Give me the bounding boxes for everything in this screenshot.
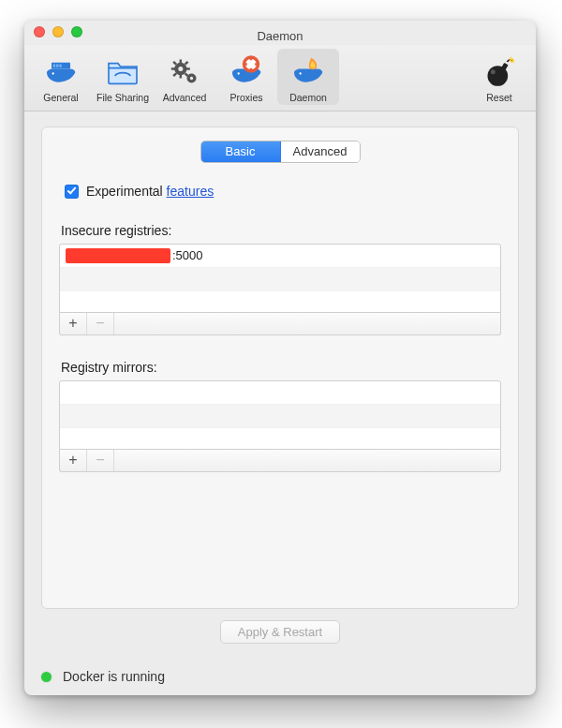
svg-rect-7: [180, 60, 183, 64]
mirrors-add-remove-bar: + −: [59, 450, 501, 472]
toolbar-label: Proxies: [229, 92, 262, 103]
toolbar-item-file-sharing[interactable]: File Sharing: [92, 49, 154, 105]
minimize-window-button[interactable]: [52, 26, 64, 37]
content-area: Basic Advanced Experimental features Ins…: [24, 111, 536, 657]
titlebar: Daemon: [24, 21, 536, 45]
toolbar-label: Daemon: [289, 92, 327, 103]
add-mirror-button[interactable]: +: [60, 450, 87, 471]
toolbar-label: Advanced: [163, 92, 207, 103]
list-item[interactable]: .: [60, 291, 500, 313]
toolbar-label: File Sharing: [96, 92, 149, 103]
svg-point-16: [190, 77, 193, 80]
list-item[interactable]: .: [60, 268, 500, 291]
tab-basic[interactable]: Basic: [201, 141, 280, 162]
registry-mirrors-label: Registry mirrors:: [61, 360, 501, 375]
whale-fire-icon: [289, 52, 327, 90]
insecure-add-remove-bar: + −: [59, 313, 501, 335]
toolbar-label: Reset: [486, 92, 511, 103]
tab-advanced[interactable]: Advanced: [280, 141, 360, 162]
toolbar-item-proxies[interactable]: Proxies: [215, 49, 277, 105]
status-bar: Docker is running: [24, 657, 536, 695]
insecure-registries-list[interactable]: :5000 . .: [59, 244, 501, 313]
registry-port: :5000: [172, 245, 203, 267]
svg-rect-8: [180, 74, 183, 78]
folder-icon: [104, 52, 141, 90]
settings-panel: Basic Advanced Experimental features Ins…: [41, 126, 519, 609]
preferences-window: Daemon General: [24, 21, 536, 695]
remove-insecure-button[interactable]: −: [87, 313, 114, 334]
gears-icon: [166, 52, 203, 90]
redacted-host: [66, 248, 170, 263]
window-title: Daemon: [32, 27, 528, 43]
svg-rect-2: [56, 65, 59, 67]
svg-rect-9: [171, 67, 175, 70]
mode-segmented-control: Basic Advanced: [200, 141, 361, 163]
svg-point-22: [491, 69, 495, 74]
toolbar-item-general[interactable]: General: [30, 49, 92, 105]
whale-icon: [42, 52, 80, 90]
status-text: Docker is running: [63, 669, 165, 684]
toolbar: General File Sharing: [24, 45, 536, 111]
list-item[interactable]: :5000: [60, 245, 500, 268]
list-item[interactable]: .: [60, 428, 500, 450]
experimental-row: Experimental features: [65, 184, 501, 199]
window-controls: [34, 26, 82, 37]
svg-point-17: [238, 72, 240, 74]
whale-lifesaver-icon: [228, 52, 265, 90]
zoom-window-button[interactable]: [71, 26, 82, 37]
experimental-checkbox[interactable]: [65, 185, 79, 199]
features-link[interactable]: features: [167, 184, 214, 199]
svg-point-19: [300, 72, 302, 74]
remove-mirror-button[interactable]: −: [87, 450, 114, 471]
toolbar-label: General: [43, 92, 78, 103]
apply-restart-button[interactable]: Apply & Restart: [220, 620, 340, 644]
insecure-registries-label: Insecure registries:: [61, 223, 501, 238]
experimental-label-text: Experimental: [86, 184, 167, 199]
close-window-button[interactable]: [34, 26, 45, 37]
add-insecure-button[interactable]: +: [60, 313, 87, 334]
svg-rect-10: [186, 67, 190, 70]
bomb-icon: [481, 52, 518, 90]
svg-rect-3: [59, 65, 62, 67]
toolbar-item-reset[interactable]: Reset: [468, 49, 530, 105]
experimental-label: Experimental features: [86, 184, 214, 199]
list-item[interactable]: .: [60, 381, 500, 405]
status-indicator-icon: [41, 672, 52, 682]
svg-rect-1: [53, 65, 56, 67]
svg-point-6: [178, 67, 183, 71]
toolbar-item-advanced[interactable]: Advanced: [154, 49, 215, 105]
toolbar-item-daemon[interactable]: Daemon: [277, 49, 339, 105]
svg-point-4: [52, 72, 54, 74]
list-item[interactable]: .: [60, 405, 500, 428]
registry-mirrors-list[interactable]: . . .: [59, 380, 501, 450]
